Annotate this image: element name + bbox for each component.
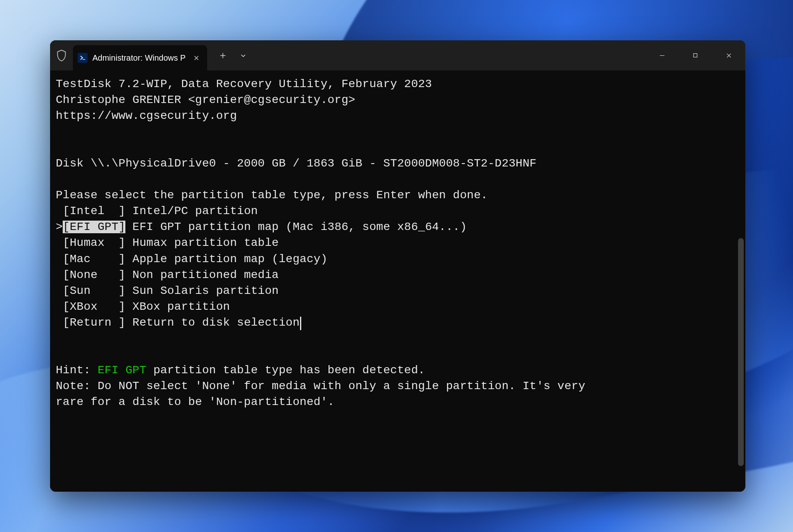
tab-dropdown-button[interactable] [234,46,252,64]
disk-line: Disk \\.\PhysicalDrive0 - 2000 GB / 1863… [56,157,537,170]
menu-option[interactable]: [Mac ] [63,253,125,265]
admin-shield-icon [50,49,73,61]
menu-option[interactable]: [None ] [63,269,125,281]
terminal-output: TestDisk 7.2-WIP, Data Recovery Utility,… [56,76,741,410]
menu-option[interactable]: [Intel ] [63,205,125,217]
svg-rect-6 [694,54,697,57]
text-cursor [300,317,301,330]
menu-option[interactable]: [XBox ] [63,300,125,313]
app-header-1: TestDisk 7.2-WIP, Data Recovery Utility,… [56,78,432,90]
hint-highlight: EFI GPT [98,364,147,377]
hint-line: Hint: EFI GPT partition table type has b… [56,364,425,377]
tab-close-button[interactable] [191,53,202,63]
menu-option[interactable]: [Humax ] [63,236,125,249]
menu-option-selected[interactable]: [EFI GPT] [63,221,125,233]
maximize-button[interactable] [679,40,712,70]
prompt-line: Please select the partition table type, … [56,189,488,201]
app-header-3: https://www.cgsecurity.org [56,109,237,122]
note-line: Note: Do NOT select 'None' for media wit… [56,380,585,408]
close-button[interactable] [712,40,745,70]
menu-options: [Intel ] Intel/PC partition >[EFI GPT] E… [56,205,467,328]
menu-option[interactable]: [Sun ] [63,285,125,297]
tab-active[interactable]: Administrator: Windows Powe [73,45,207,70]
new-tab-button[interactable] [214,46,232,64]
minimize-button[interactable] [645,40,679,70]
terminal-window: Administrator: Windows Powe [50,40,745,492]
tab-title: Administrator: Windows Powe [92,53,186,63]
terminal-body[interactable]: TestDisk 7.2-WIP, Data Recovery Utility,… [50,70,745,492]
titlebar[interactable]: Administrator: Windows Powe [50,40,745,70]
app-header-2: Christophe GRENIER <grenier@cgsecurity.o… [56,94,355,106]
scrollbar-thumb[interactable] [738,238,744,466]
powershell-icon [78,53,88,63]
menu-option[interactable]: [Return ] [63,316,125,329]
